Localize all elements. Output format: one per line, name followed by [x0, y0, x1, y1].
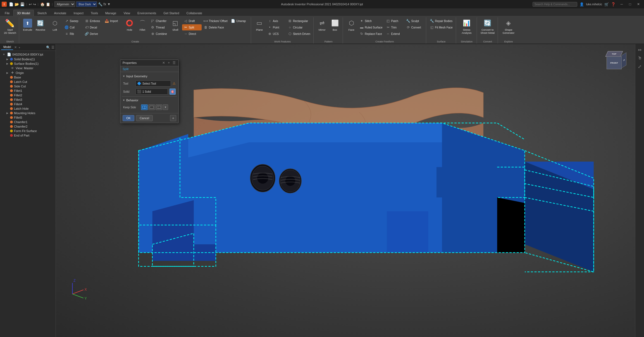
- circular-button[interactable]: ○ Circular: [286, 24, 312, 30]
- viewport[interactable]: X Y Z TOP FRONT R Prope: [56, 44, 635, 337]
- search-tree-icon[interactable]: 🔍: [46, 46, 50, 49]
- theme-dropdown[interactable]: Blue Dark: [76, 1, 97, 7]
- tree-item-solidbodies[interactable]: ▶ Solid Bodies(1): [0, 57, 56, 61]
- minimize-button[interactable]: ─: [618, 1, 626, 7]
- solid-select-button[interactable]: 🎯: [170, 89, 176, 95]
- tree-item-mountingholes[interactable]: ▶ Mounting Holes: [0, 111, 56, 115]
- right-panel-icon-3[interactable]: ⤢: [636, 63, 643, 70]
- sweep-button[interactable]: ↗ Sweep: [63, 18, 83, 24]
- dialog-menu-button[interactable]: ☰: [172, 61, 176, 65]
- model-tab-close[interactable]: ✕: [14, 46, 17, 49]
- revolve-button[interactable]: 🔄 Revolve: [34, 18, 47, 38]
- split-button[interactable]: ✂ Split: [182, 24, 202, 30]
- qa-new-icon[interactable]: 📄: [9, 2, 13, 6]
- extrude-button[interactable]: ⬆ Extrude: [22, 18, 34, 38]
- fillet-button[interactable]: ⌒ Fillet: [136, 18, 149, 38]
- derive-button[interactable]: 🔗 Derive: [83, 31, 103, 37]
- rectangular-button[interactable]: ⊞ Rectangular: [286, 18, 312, 24]
- tab-inspect[interactable]: Inspect: [70, 10, 87, 16]
- tree-item-chamfer1[interactable]: Chamfer1: [0, 120, 56, 124]
- thicken-button[interactable]: ⟺ Thicken/ Offset: [202, 18, 229, 24]
- emboss-button[interactable]: ⊞ Emboss: [83, 18, 103, 24]
- tree-item-fillet1[interactable]: Fillet1: [0, 89, 56, 93]
- mirror-button[interactable]: ⇌ Mirror: [316, 18, 328, 38]
- fx-icon[interactable]: fx: [104, 2, 106, 6]
- ruledsurface-button[interactable]: ▬ Ruled Surface: [358, 24, 384, 30]
- shapegenerator-button[interactable]: ◈ Shape Generator: [500, 18, 517, 38]
- tab-manage[interactable]: Manage: [102, 10, 120, 16]
- tree-item-origin[interactable]: ▶ ✚ Origin: [0, 70, 56, 75]
- keep-side-right-button[interactable]: [156, 104, 162, 110]
- tree-item-filename[interactable]: ▼ 📄 0402910414 000XY.ipt: [0, 52, 56, 57]
- tree-item-endofpart[interactable]: End of Part: [0, 133, 56, 138]
- solid-value[interactable]: ⬛ 1 Solid: [135, 89, 168, 95]
- axis-button[interactable]: ↕ Axis: [266, 18, 286, 24]
- qa-misc-icon[interactable]: 📋: [46, 2, 50, 6]
- right-panel-icon-2[interactable]: 🖱: [636, 55, 643, 61]
- qa-redo-icon[interactable]: ↪: [33, 2, 36, 6]
- model-tab[interactable]: Model: [1, 45, 13, 50]
- unwrap-button[interactable]: 📄 Unwrap: [230, 18, 249, 24]
- misc-icon2[interactable]: 🔧: [98, 2, 102, 6]
- import-button[interactable]: 📥 Import: [103, 18, 123, 24]
- model-tab-add[interactable]: +: [18, 46, 20, 49]
- dialog-close-button[interactable]: ✕: [162, 61, 166, 65]
- replaceface-button[interactable]: ↻ Replace Face: [358, 31, 384, 37]
- rib-button[interactable]: ≡ Rib: [63, 31, 83, 37]
- tab-environments[interactable]: Environments: [134, 10, 160, 16]
- tree-item-latchhole[interactable]: Latch Hole: [0, 106, 56, 111]
- tab-getstarted[interactable]: Get Started: [160, 10, 183, 16]
- input-geometry-section[interactable]: ▼ Input Geometry: [122, 74, 177, 79]
- keep-side-both-button[interactable]: [148, 104, 155, 110]
- expand-icon[interactable]: ▼: [107, 2, 111, 6]
- tree-item-formfitsurface[interactable]: Form Fit Surface: [0, 129, 56, 133]
- thread-button[interactable]: ⚙ Thread: [149, 24, 169, 30]
- loft-button[interactable]: ⬡ Loft: [47, 18, 63, 38]
- face-button[interactable]: ⬡ Face: [345, 18, 357, 38]
- direct-button[interactable]: → Direct: [182, 31, 202, 37]
- search-input[interactable]: [533, 2, 577, 7]
- tree-item-fillet4[interactable]: Fillet4: [0, 102, 56, 106]
- qa-open-icon[interactable]: 📂: [15, 2, 19, 6]
- trim-button[interactable]: ✂ Trim: [385, 24, 404, 30]
- dialog-add-button[interactable]: +: [167, 61, 170, 65]
- start-2dsketch-button[interactable]: ✏️ Start2D Sketch: [3, 18, 17, 38]
- shell-button[interactable]: ◱ Shell: [169, 18, 182, 38]
- sculpt-button[interactable]: 🔧 Sculpt: [405, 18, 424, 24]
- ok-button[interactable]: OK: [123, 115, 134, 121]
- tree-item-sidecut[interactable]: Side Cut: [0, 84, 56, 89]
- draft-button[interactable]: ◁ Draft: [182, 18, 202, 24]
- chamfer-button[interactable]: ◸ Chamfer: [149, 18, 169, 24]
- tool-value[interactable]: 🔷 Select Tool: [135, 80, 171, 87]
- tree-item-fillet2[interactable]: Fillet2: [0, 93, 56, 97]
- repairbodies-button[interactable]: 🔧 Repair Bodies: [428, 18, 454, 24]
- tab-tools[interactable]: Tools: [87, 10, 102, 16]
- point-button[interactable]: • Point: [266, 24, 286, 30]
- cancel-button[interactable]: Cancel: [136, 115, 153, 121]
- plane-button[interactable]: ▭ Plane: [253, 18, 266, 38]
- combine-button[interactable]: ⊕ Combine: [149, 31, 169, 37]
- tree-item-fillet5[interactable]: Fillet5: [0, 115, 56, 120]
- fitmeshface-button[interactable]: ◱ Fit Mesh Face: [428, 24, 454, 30]
- tree-item-surfacebodies[interactable]: ▶ Surface Bodies(1): [0, 61, 56, 66]
- tree-item-fillet3[interactable]: Fillet3: [0, 97, 56, 102]
- patch-button[interactable]: ◰ Patch: [385, 18, 404, 24]
- tree-item-latchcut[interactable]: Latch Cut: [0, 80, 56, 84]
- help-icon[interactable]: ❓: [611, 2, 616, 6]
- keep-side-dropdown-button[interactable]: ▼: [163, 104, 168, 110]
- tree-item-viewmaster[interactable]: 👁 View: Master: [0, 66, 56, 70]
- behavior-section[interactable]: ▼ Behavior: [122, 98, 177, 103]
- tab-3dmodel[interactable]: 3D Model: [13, 10, 34, 16]
- converttosheetmetal-button[interactable]: 🔄 Convert to Sheet Metal: [479, 18, 496, 38]
- keep-side-left-button[interactable]: [141, 104, 148, 110]
- stitch-button[interactable]: ✦ Stitch: [358, 18, 384, 24]
- cart-icon[interactable]: 🛒: [604, 2, 609, 6]
- coil-button[interactable]: 🌀 Coil: [63, 24, 83, 30]
- convert-ff-button[interactable]: ⟳ Convert: [405, 24, 424, 30]
- sketchdriven-button[interactable]: ⬡ Sketch Driven: [286, 31, 312, 37]
- profile-dropdown[interactable]: Allgemein: [54, 1, 75, 7]
- qa-home-icon[interactable]: 🏠: [40, 2, 45, 6]
- tab-sketch[interactable]: Sketch: [34, 10, 51, 16]
- tree-item-base[interactable]: Base: [0, 75, 56, 80]
- ucs-button[interactable]: ⊕ UCS: [266, 31, 286, 37]
